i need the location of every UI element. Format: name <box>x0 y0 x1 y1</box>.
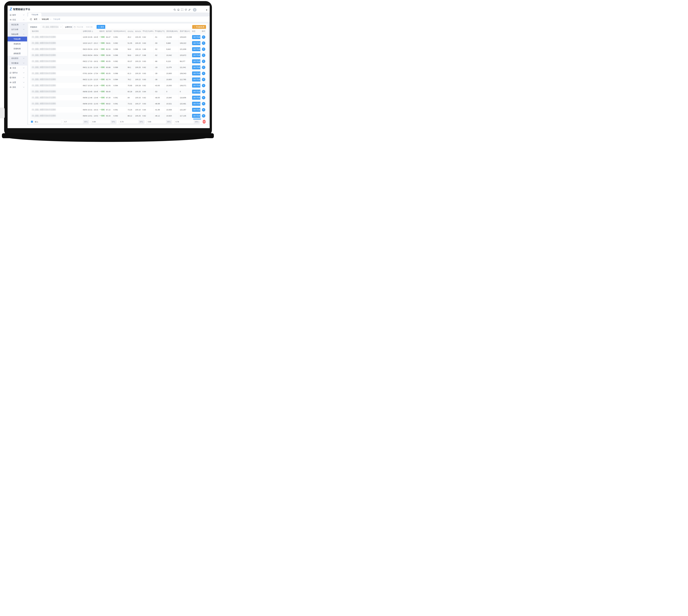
edit-button[interactable]: ✎ <box>202 108 205 111</box>
start-new-detection-button[interactable]: + 开始新检测 <box>192 25 206 29</box>
avatar[interactable] <box>193 8 197 12</box>
edit-button[interactable]: ✎ <box>202 60 205 63</box>
cell-power-per-m3: 0.091 <box>112 34 126 40</box>
project-select[interactable]: ZD_某某_智慧空压站 <box>41 25 63 29</box>
pressure-input-4[interactable] <box>147 120 166 124</box>
filter-bar: 所属项目 ZD_某某_智慧空压站 诊断时间 开始日期 - 结束日期 查询 <box>30 25 206 29</box>
cell-period: 09/22 17:32 - 18:32 <box>81 58 98 64</box>
breadcrumb-home[interactable]: 首页 <box>34 18 38 21</box>
sidebar-item-label: 参数配置 <box>14 52 21 55</box>
cell-avg-pressure: 0.63 <box>141 76 153 83</box>
status-badge[interactable]: 执行完成 <box>192 35 201 39</box>
cell-output-efficiency: 66.62 <box>105 101 112 107</box>
status-badge[interactable]: 执行完成 <box>192 59 201 63</box>
pressure-input-1[interactable] <box>63 120 83 124</box>
tab-energy-saving-diagnosis[interactable]: 节能诊断 <box>28 13 41 17</box>
cell-system-gas: 101,606 <box>178 46 190 52</box>
cell-action: ✎ <box>200 70 206 76</box>
sidebar-item-settings[interactable]: 设置 <box>7 80 27 85</box>
config-name-input[interactable] <box>34 120 61 124</box>
cell-avg-pressure: 0.62 <box>141 83 153 89</box>
edit-button[interactable]: ✎ <box>202 72 205 75</box>
chevron-down-icon <box>23 87 24 88</box>
breadcrumb-smart-diagnosis[interactable]: 智能诊断 <box>42 18 49 21</box>
cell-avg-dew-point: -52 <box>153 52 165 58</box>
edit-button[interactable]: ✎ <box>202 36 205 39</box>
sidebar-item-leak-detection[interactable]: 泄漏检测 <box>7 41 27 46</box>
search-icon[interactable] <box>174 8 176 11</box>
brand-logo: Z <box>9 7 12 11</box>
edit-button[interactable]: ✎ <box>202 78 205 81</box>
edit-button[interactable]: ✎ <box>202 102 205 106</box>
sidebar-item-optimize-control[interactable]: 优化管控 <box>7 56 27 61</box>
cell-period: 07/01 16:54 - 17:54 <box>81 70 98 76</box>
cell-system-gas: 115,481 <box>178 101 190 107</box>
status-badge[interactable]: 执行完成 <box>192 47 201 51</box>
sidebar-item-run-analysis[interactable]: 运行分析 <box>7 27 27 32</box>
status-badge[interactable]: 执行完成 <box>192 84 201 88</box>
caret-down-icon[interactable] <box>206 9 207 10</box>
edit-pen-icon[interactable] <box>188 8 191 11</box>
sidebar-item-system[interactable]: 系统 <box>7 85 27 90</box>
edit-button[interactable]: ✎ <box>202 114 205 117</box>
horizontal-scrollbar-thumb[interactable] <box>193 119 201 119</box>
edit-button[interactable]: ✎ <box>202 41 205 45</box>
sidebar-item-energy-saving-diagnosis[interactable]: 节能诊断 <box>7 37 27 41</box>
status-badge[interactable]: 执行完成 <box>192 108 201 112</box>
sidebar-item-energy-mgmt[interactable]: 能管 <box>7 13 27 17</box>
edit-button[interactable]: ✎ <box>202 66 205 69</box>
sidebar-item-circulating-water[interactable]: 循环水 <box>7 70 27 75</box>
sidebar-item-air-compression[interactable]: 空压 <box>7 17 27 22</box>
search-button[interactable]: 查询 <box>97 25 105 29</box>
sort-icon[interactable] <box>92 30 93 32</box>
refresh-icon[interactable] <box>185 8 187 11</box>
status-badge[interactable]: 执行完成 <box>192 78 201 82</box>
sidebar-item-capacity-detection[interactable]: 容量检测 <box>7 46 27 51</box>
edit-button[interactable]: ✎ <box>202 53 205 57</box>
fullscreen-icon[interactable] <box>181 8 183 11</box>
edit-button[interactable]: ✎ <box>202 84 205 87</box>
status-badge[interactable]: 执行完成 <box>192 53 201 57</box>
sidebar-item-smart-diagnosis[interactable]: 智能诊断 <box>7 32 27 37</box>
cell-period: 06/04 13:51 - 14:51 <box>81 113 98 119</box>
date-range-picker[interactable]: 开始日期 - 结束日期 <box>72 25 96 29</box>
table-body: ZD_某某_智慧空压站空压系统12/29 15:35 - 16:35一级能效64… <box>30 34 206 119</box>
sidebar-item-data[interactable]: 数据 <box>7 75 27 80</box>
status-badge[interactable]: 执行完成 <box>192 96 201 100</box>
cell-avg-pressure: 0.62 <box>141 64 153 70</box>
edit-button[interactable]: ✎ <box>202 96 205 100</box>
cell-system-gas: 112,765 <box>178 76 190 83</box>
pressure-input-2[interactable] <box>91 120 111 124</box>
app-window: Z 智慧能碳云平台 能管空压状态监测运行分析智能诊断节能诊断泄漏检测容量检测参数… <box>7 6 210 128</box>
edit-button[interactable]: ✎ <box>202 90 205 93</box>
cell-power-per-m3: 0.091 <box>112 101 126 107</box>
cell-output-efficiency: 64.47 <box>105 34 112 40</box>
status-badge[interactable]: 执行完成 <box>192 65 201 69</box>
status-badge[interactable]: 执行完成 <box>192 41 201 45</box>
collapse-menu-icon[interactable] <box>30 18 32 20</box>
pressure-input-3[interactable] <box>119 120 138 124</box>
edit-button[interactable]: ✎ <box>202 47 205 51</box>
cell-bov: 100.24 <box>134 46 141 52</box>
status-badge[interactable]: 执行完成 <box>192 90 201 94</box>
cell-action: ✎ <box>200 89 206 94</box>
bell-icon[interactable] <box>177 8 180 11</box>
sidebar-item-refrigeration[interactable]: 冷冻 <box>7 66 27 70</box>
unit-label: MPa <box>166 120 172 124</box>
delete-button[interactable] <box>203 120 206 124</box>
config-checkbox[interactable]: ✓ <box>31 121 33 123</box>
column-header-7: 平均压力(MPa) <box>141 29 153 34</box>
pressure-input-5[interactable] <box>175 120 194 124</box>
cell-project-system: ZD_某某_智慧空压站空压系统 <box>30 46 81 52</box>
cell-igv: 84 <box>126 94 134 101</box>
cell-project-system: ZD_某某_智慧空压站空压系统 <box>30 107 81 113</box>
status-badge[interactable]: 执行完成 <box>192 102 201 106</box>
status-badge[interactable]: 执行完成 <box>192 114 201 118</box>
column-header-1[interactable]: 诊断时间段 <box>81 29 98 34</box>
cell-energy-grade: 一级能效 <box>98 34 105 40</box>
status-badge[interactable]: 执行完成 <box>192 71 201 75</box>
sidebar-item-status-monitor[interactable]: 状态监测 <box>7 22 27 27</box>
chevron-up-icon <box>23 34 24 35</box>
sidebar-item-control-data[interactable]: 管控数据 <box>7 61 27 66</box>
sidebar-item-param-config[interactable]: 参数配置 <box>7 51 27 56</box>
